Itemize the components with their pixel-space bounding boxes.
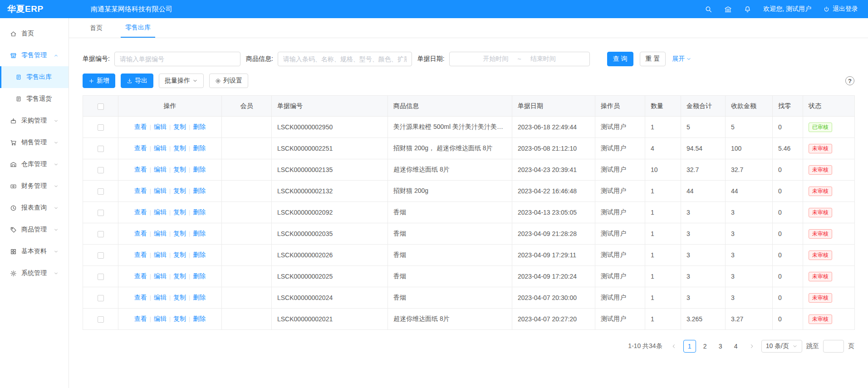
row-checkbox[interactable] <box>98 316 104 323</box>
row-action-view[interactable]: 查看 <box>134 187 147 194</box>
bank-icon[interactable] <box>724 5 732 13</box>
row-checkbox[interactable] <box>98 252 104 259</box>
page-button-2[interactable]: 2 <box>699 340 711 353</box>
row-action-view[interactable]: 查看 <box>134 166 147 173</box>
row-action-view[interactable]: 查看 <box>134 294 147 301</box>
row-action-copy[interactable]: 复制 <box>173 123 186 130</box>
row-checkbox[interactable] <box>98 146 104 152</box>
sidebar-item-retail[interactable]: 零售管理 <box>0 44 69 66</box>
sidebar-item-retail-outbound[interactable]: 零售出库 <box>0 66 69 88</box>
cell-member <box>222 202 272 223</box>
row-action-copy[interactable]: 复制 <box>173 187 186 194</box>
row-action-copy[interactable]: 复制 <box>173 315 186 322</box>
row-action-edit[interactable]: 编辑 <box>154 251 167 258</box>
row-action-copy[interactable]: 复制 <box>173 208 186 216</box>
row-checkbox[interactable] <box>98 274 104 280</box>
row-action-delete[interactable]: 删除 <box>193 208 206 216</box>
expand-toggle[interactable]: 展开 <box>672 55 691 63</box>
row-checkbox[interactable] <box>98 210 104 216</box>
row-checkbox[interactable] <box>98 231 104 237</box>
page-size-select[interactable]: 10 条/页 <box>761 340 802 353</box>
sidebar-item-goods[interactable]: 商品管理 <box>0 219 69 241</box>
row-action-delete[interactable]: 删除 <box>193 230 206 237</box>
action-divider: | <box>150 273 151 280</box>
help-icon[interactable]: ? <box>845 76 854 85</box>
row-action-edit[interactable]: 编辑 <box>154 123 167 130</box>
jump-input[interactable] <box>823 340 844 353</box>
row-action-delete[interactable]: 删除 <box>193 315 206 322</box>
row-action-edit[interactable]: 编辑 <box>154 294 167 301</box>
row-checkbox[interactable] <box>98 295 104 301</box>
row-action-view[interactable]: 查看 <box>134 230 147 237</box>
date-range-picker[interactable]: 开始时间 ~ 结束时间 <box>449 52 590 66</box>
row-action-view[interactable]: 查看 <box>134 144 147 152</box>
row-action-view[interactable]: 查看 <box>134 315 147 322</box>
sidebar-item-finance[interactable]: 财务管理 <box>0 175 69 197</box>
batch-actions-button[interactable]: 批量操作 <box>159 74 204 88</box>
sidebar-item-system[interactable]: 系统管理 <box>0 262 69 284</box>
sidebar-item-label: 零售出库 <box>26 73 52 81</box>
row-action-edit[interactable]: 编辑 <box>154 144 167 152</box>
row-action-copy[interactable]: 复制 <box>173 144 186 152</box>
action-divider: | <box>150 145 151 152</box>
row-action-edit[interactable]: 编辑 <box>154 208 167 216</box>
column-header-8: 收款金额 <box>726 96 773 117</box>
row-action-view[interactable]: 查看 <box>134 251 147 258</box>
prev-page-button[interactable] <box>668 340 679 353</box>
reset-button[interactable]: 重 置 <box>640 52 666 66</box>
cell-bill-no: LSCK00000002251 <box>272 138 388 159</box>
row-action-copy[interactable]: 复制 <box>173 272 186 280</box>
next-page-button[interactable] <box>746 340 757 353</box>
sidebar-item-sales[interactable]: 销售管理 <box>0 132 69 153</box>
row-action-delete[interactable]: 删除 <box>193 144 206 152</box>
add-button[interactable]: 新增 <box>83 74 115 88</box>
chevron-down-icon <box>54 206 59 211</box>
sidebar-item-basic-data[interactable]: 基本资料 <box>0 241 69 262</box>
row-action-view[interactable]: 查看 <box>134 272 147 280</box>
column-settings-button[interactable]: 列设置 <box>209 74 248 88</box>
row-action-edit[interactable]: 编辑 <box>154 187 167 194</box>
row-action-view[interactable]: 查看 <box>134 208 147 216</box>
search-button[interactable]: 查 询 <box>607 52 633 66</box>
row-action-edit[interactable]: 编辑 <box>154 315 167 322</box>
page-button-4[interactable]: 4 <box>730 340 742 353</box>
row-action-delete[interactable]: 删除 <box>193 123 206 130</box>
row-action-copy[interactable]: 复制 <box>173 230 186 237</box>
row-action-delete[interactable]: 删除 <box>193 187 206 194</box>
row-checkbox[interactable] <box>98 188 104 195</box>
search-icon[interactable] <box>705 5 712 13</box>
cell-bill-no: LSCK00000002092 <box>272 202 388 223</box>
row-action-edit[interactable]: 编辑 <box>154 230 167 237</box>
row-action-edit[interactable]: 编辑 <box>154 166 167 173</box>
sidebar-item-retail-return[interactable]: 零售退货 <box>0 88 69 110</box>
row-action-view[interactable]: 查看 <box>134 123 147 130</box>
tab-home[interactable]: 首页 <box>85 18 107 38</box>
select-all-checkbox[interactable] <box>98 103 104 110</box>
sidebar-item-label: 财务管理 <box>21 182 47 190</box>
row-action-edit[interactable]: 编辑 <box>154 272 167 280</box>
page-button-1[interactable]: 1 <box>683 340 696 353</box>
bill-no-input[interactable] <box>114 52 240 66</box>
row-action-delete[interactable]: 删除 <box>193 251 206 258</box>
sidebar-item-purchase[interactable]: 采购管理 <box>0 110 69 132</box>
cell-received: 3 <box>726 287 773 309</box>
sidebar-item-warehouse[interactable]: 仓库管理 <box>0 153 69 175</box>
row-action-copy[interactable]: 复制 <box>173 294 186 301</box>
sidebar-item-home[interactable]: 首页 <box>0 23 69 44</box>
row-action-copy[interactable]: 复制 <box>173 251 186 258</box>
bell-icon[interactable] <box>744 5 751 13</box>
row-checkbox[interactable] <box>98 167 104 173</box>
row-action-copy[interactable]: 复制 <box>173 166 186 173</box>
cell-received: 3.27 <box>726 309 773 330</box>
page-button-3[interactable]: 3 <box>714 340 727 353</box>
row-action-delete[interactable]: 删除 <box>193 272 206 280</box>
product-info-input[interactable] <box>278 52 412 66</box>
row-checkbox[interactable] <box>98 124 104 131</box>
export-button[interactable]: 导出 <box>121 74 153 88</box>
row-action-delete[interactable]: 删除 <box>193 294 206 301</box>
sidebar-item-report[interactable]: 报表查询 <box>0 197 69 219</box>
logout-button[interactable]: 退出登录 <box>823 5 858 13</box>
tab-retail-outbound[interactable]: 零售出库 <box>121 18 155 38</box>
action-divider: | <box>189 316 190 322</box>
row-action-delete[interactable]: 删除 <box>193 166 206 173</box>
